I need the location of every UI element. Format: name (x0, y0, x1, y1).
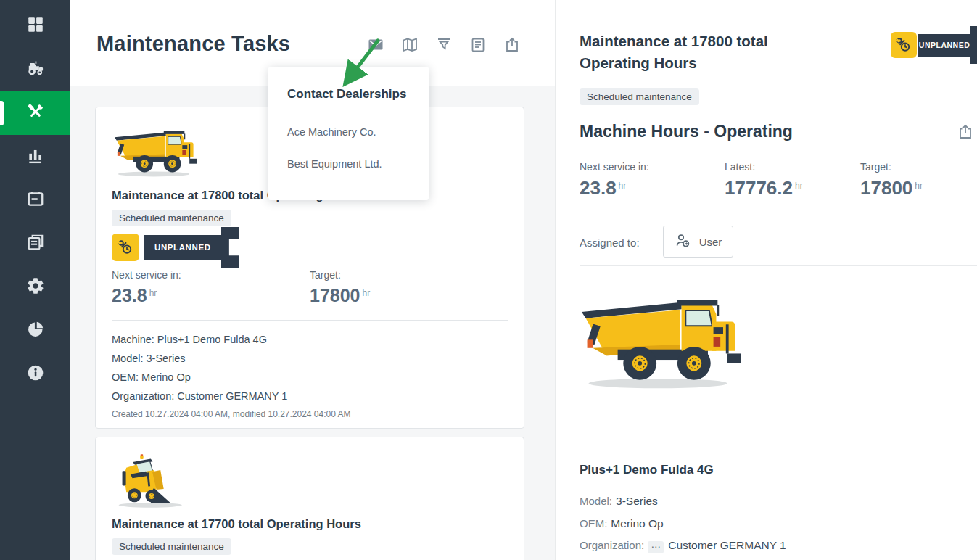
status-badge: UNPLANNED (144, 235, 222, 260)
bar-chart-icon (26, 146, 45, 168)
stat-unit: hr (619, 181, 627, 191)
assign-user-label: User (699, 236, 722, 248)
detail-value: Customer GERMANY 1 (177, 390, 287, 402)
section-title: Machine Hours - Operating (580, 122, 793, 141)
sidebar-item-maintenance[interactable] (0, 91, 70, 135)
detail-value: 3-Series (147, 353, 186, 364)
expand-organization-button[interactable]: … (648, 541, 664, 553)
notes-icon[interactable] (469, 36, 487, 54)
loader-illustration (112, 449, 508, 510)
divider (580, 265, 977, 266)
task-stats: Next service in: 23.8hr Target: 17800hr (112, 269, 508, 306)
pie-chart-icon (26, 320, 45, 342)
page-title: Maintenance Tasks (96, 32, 290, 56)
detail-value: Plus+1 Demo Fulda 4G (157, 334, 267, 345)
tractor-icon (26, 59, 45, 81)
detail-label: Organization: (580, 539, 644, 551)
sidebar-item-info[interactable] (0, 353, 70, 396)
detail-value: Customer GERMANY 1 (668, 539, 786, 551)
sidebar-item-planner[interactable] (0, 178, 70, 222)
stat-unit: hr (795, 181, 803, 191)
maintenance-type-badge: Scheduled maintenance (112, 538, 231, 555)
gear-icon (26, 276, 45, 298)
add-user-icon (675, 233, 693, 251)
divider (112, 320, 508, 321)
stat-value: 17800 (860, 177, 912, 199)
export-icon[interactable] (503, 36, 521, 54)
detail-value: 3-Series (616, 495, 658, 507)
status-badge: UNPLANNED (918, 34, 970, 57)
detail-label: OEM: (580, 517, 607, 530)
ribbon-notch (970, 26, 977, 64)
wrench-clock-icon (112, 234, 139, 261)
detail-value: Merino Op (611, 517, 663, 530)
sidebar (0, 0, 70, 560)
stat-label: Target: (310, 269, 508, 281)
dashboard-icon (26, 15, 45, 37)
stat-value: 23.8 (580, 177, 617, 199)
dump-truck-illustration (576, 281, 743, 395)
sidebar-item-reports[interactable] (0, 309, 70, 353)
sidebar-item-machines[interactable] (0, 48, 70, 91)
machine-details: Model:3-Series OEM:Merino Op Organizatio… (580, 495, 786, 560)
status-ribbon: UNPLANNED (891, 26, 977, 64)
info-icon (26, 363, 45, 385)
maintenance-type-badge: Scheduled maintenance (112, 210, 231, 226)
detail-label: Organization: (112, 390, 174, 402)
machine-details: Machine:Plus+1 Demo Fulda 4G Model:3-Ser… (112, 334, 508, 402)
stat-label: Target: (860, 161, 923, 173)
calendar-icon (26, 189, 45, 211)
assigned-to-label: Assigned to: (580, 236, 640, 249)
maintenance-task-card[interactable]: Maintenance at 17700 total Operating Hou… (95, 437, 524, 560)
ribbon-notch (221, 227, 239, 268)
stat-value: 17800 (310, 285, 360, 305)
detail-value: Merino Op (141, 371, 191, 383)
detail-label: Model: (112, 353, 144, 364)
task-detail-panel: Maintenance at 17800 total Operating Hou… (555, 0, 977, 560)
stat-label: Next service in: (580, 161, 725, 173)
task-title: Maintenance at 17700 total Operating Hou… (112, 517, 508, 531)
sidebar-item-dashboard[interactable] (0, 4, 70, 48)
hours-stats: Next service in: 23.8hr Latest: 17776.2h… (580, 161, 923, 199)
detail-label: OEM: (112, 371, 139, 383)
stat-value: 17776.2 (725, 177, 793, 199)
detail-label: Model: (580, 495, 612, 507)
created-modified-meta: Created 10.27.2024 04:00 AM, modified 10… (112, 409, 508, 419)
sidebar-item-settings[interactable] (0, 265, 70, 309)
status-ribbon: UNPLANNED (112, 227, 508, 268)
dropdown-item-best-equipment[interactable]: Best Equipment Ltd. (287, 158, 429, 170)
stat-unit: hr (149, 288, 157, 298)
divider (580, 215, 977, 215)
annotation-arrow (305, 33, 392, 89)
dropdown-item-ace-machinery[interactable]: Ace Machinery Co. (287, 126, 429, 138)
assign-user-button[interactable]: User (663, 226, 733, 258)
stat-unit: hr (363, 288, 371, 298)
export-icon[interactable] (957, 123, 974, 141)
maintenance-type-badge: Scheduled maintenance (580, 88, 699, 105)
stat-label: Latest: (725, 161, 860, 173)
map-icon[interactable] (400, 36, 419, 54)
stat-label: Next service in: (112, 269, 310, 281)
dropdown-title: Contact Dealerships (287, 87, 429, 102)
machine-name: Plus+1 Demo Fulda 4G (580, 463, 714, 477)
stat-unit: hr (915, 181, 923, 191)
detail-label: Machine: (112, 334, 154, 345)
stat-value: 23.8 (112, 285, 147, 305)
sidebar-item-documents[interactable] (0, 222, 70, 265)
sidebar-item-statistics[interactable] (0, 135, 70, 178)
panel-title: Maintenance at 17800 total Operating Hou… (580, 30, 819, 74)
wrench-clock-icon (891, 32, 917, 58)
tools-icon (26, 102, 45, 124)
documents-icon (26, 233, 45, 255)
filter-icon[interactable] (434, 36, 453, 54)
